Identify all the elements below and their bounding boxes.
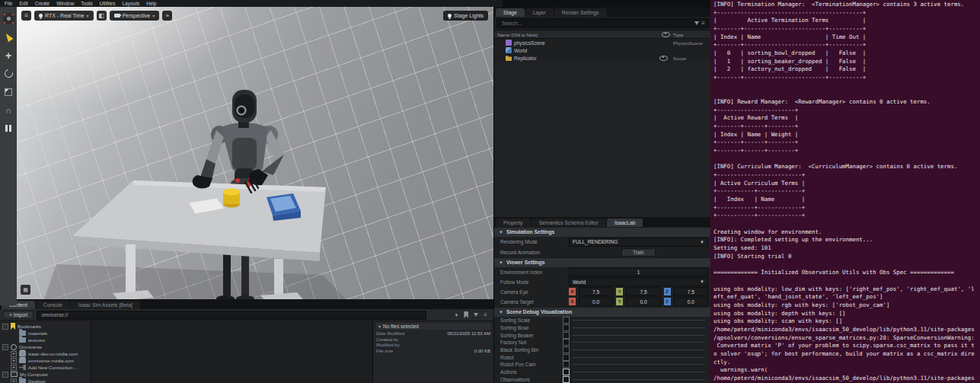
stage-tree-row[interactable]: physicsScene PhysicsScene xyxy=(494,39,711,46)
eye-icon[interactable] xyxy=(659,56,668,61)
menu-item[interactable]: File xyxy=(5,1,12,6)
content-tree-row[interactable]: materials xyxy=(0,330,91,337)
content-tree-row[interactable]: textures xyxy=(0,337,91,343)
stage-search-input[interactable] xyxy=(500,20,692,27)
yellow-bowl[interactable] xyxy=(223,189,240,208)
expand-toggle[interactable] xyxy=(11,358,17,364)
content-tab[interactable]: Isaac Sim Assets [Beta] xyxy=(71,301,140,309)
camera-target-y[interactable]: 0.0 xyxy=(626,297,660,306)
tool-icon[interactable]: ∩ xyxy=(3,104,14,116)
tool-icon[interactable] xyxy=(3,86,14,97)
property-tab[interactable]: Property xyxy=(496,219,531,227)
content-tree-row[interactable]: Add New Connection ... xyxy=(0,364,91,371)
property-tab[interactable]: IsaacLab xyxy=(607,219,643,227)
terminal-output[interactable]: [INFO] Termination Manager: <Termination… xyxy=(710,0,980,383)
menu-item[interactable]: Window xyxy=(56,1,74,6)
tool-icon[interactable] xyxy=(3,13,14,24)
expand-toggle[interactable] xyxy=(2,324,8,330)
debug-visualizer-checkbox[interactable] xyxy=(563,354,570,361)
content-tree-row[interactable]: Omniverse xyxy=(0,343,91,350)
scene-debug-visualization-header[interactable]: ▼ Scene Debug Visualization xyxy=(494,307,711,317)
expand-toggle[interactable] xyxy=(2,344,8,350)
debug-visualizer-checkbox[interactable] xyxy=(563,339,570,346)
debug-visualizer-checkbox[interactable] xyxy=(563,346,570,353)
filter-icon[interactable] xyxy=(474,313,478,317)
content-tree-row[interactable]: Bookmarks xyxy=(0,323,91,330)
scene-debug-rows: Sorting Scale Sorting Bowl Sorting Beake… xyxy=(494,317,711,383)
stage-tab[interactable]: Layer xyxy=(525,8,554,17)
terminal-line: +-------+------------------------+------… xyxy=(713,25,980,34)
camera-selector[interactable]: Perspective ▾ xyxy=(110,11,160,21)
renderer-selector[interactable]: RTX - Real Time ▾ xyxy=(34,11,94,21)
menu-item[interactable]: Edit xyxy=(19,1,27,6)
camera-eye-x[interactable]: 7.5 xyxy=(579,287,613,296)
stage-tab[interactable]: Stage xyxy=(496,8,525,17)
simulation-settings-header[interactable]: ▼ Simulation Settings xyxy=(494,227,711,237)
debug-visualizer-checkbox[interactable] xyxy=(563,361,570,368)
debug-visualizer-checkbox[interactable] xyxy=(563,369,570,375)
stage-tree-empty-area[interactable] xyxy=(495,62,710,217)
viewport-menu-icon[interactable]: ≡ xyxy=(21,11,31,21)
path-field[interactable] xyxy=(37,311,426,320)
camera-eye-y[interactable]: 7.5 xyxy=(626,287,660,296)
terminal-line: +-------------------------+ xyxy=(713,171,980,180)
import-button[interactable]: + Import xyxy=(3,311,34,319)
content-tree-row[interactable]: isaac-dev.ov.nvidia.com xyxy=(0,350,91,357)
content-tree-row[interactable]: My Computer xyxy=(0,371,91,378)
content-tree: Bookmarks materials textures xyxy=(0,321,91,383)
axis-gizmo-icon[interactable]: ▦ xyxy=(21,285,30,295)
property-tab[interactable]: Semantics Schema Editor xyxy=(531,219,606,227)
viewer-settings-header[interactable]: ▼ Viewer Settings xyxy=(494,257,711,267)
prim-type: PhysicsScene xyxy=(673,40,708,46)
content-file-grid[interactable] xyxy=(91,321,372,383)
tool-icon[interactable] xyxy=(3,31,14,43)
options-icon[interactable]: ≡ xyxy=(701,21,705,27)
content-tree-row[interactable]: Desktop xyxy=(0,378,91,383)
expand-toggle[interactable] xyxy=(11,378,17,383)
debug-visualizer-row: Factory Nut xyxy=(494,339,711,346)
environment-index-field[interactable]: 1 xyxy=(569,267,708,276)
follow-mode-dropdown[interactable]: World ▼ xyxy=(569,277,708,286)
menu-item[interactable]: Layouts xyxy=(122,1,139,6)
camera-target-x[interactable]: 0.0 xyxy=(579,297,613,306)
stage-tree-row[interactable]: World xyxy=(494,46,711,54)
stage-tree-row[interactable]: Replicator Scope xyxy=(494,54,711,62)
column-name[interactable]: Name (Old to New) xyxy=(497,32,662,37)
collapse-triangle-icon: ▼ xyxy=(499,230,503,235)
menu-item[interactable]: Create xyxy=(35,1,50,6)
menu-item[interactable]: Tools xyxy=(81,1,92,6)
content-tree-row[interactable]: omniverse.nvidia.com xyxy=(0,357,91,364)
expand-toggle[interactable] xyxy=(11,365,17,371)
terminal-line: Setting seed: 101 xyxy=(713,244,980,253)
3d-viewport[interactable]: ≡ RTX - Real Time ▾ ◧ Perspective ▾ » St… xyxy=(17,7,493,299)
list-view-icon[interactable]: ≡ xyxy=(484,312,487,318)
expand-chevron-icon[interactable]: » xyxy=(162,11,172,21)
stage-lights-button[interactable]: Stage Lights xyxy=(443,11,488,21)
details-header[interactable]: ▾ No files selected xyxy=(376,323,490,330)
tool-icon[interactable]: + xyxy=(3,49,14,61)
tool-icon[interactable] xyxy=(3,68,14,79)
column-type[interactable]: Type xyxy=(673,32,708,37)
chevron-down-icon[interactable]: ▼ xyxy=(454,313,458,318)
debug-visualizer-checkbox[interactable] xyxy=(563,332,570,339)
bookmark-icon[interactable] xyxy=(464,311,468,318)
debug-visualizer-checkbox[interactable] xyxy=(563,317,570,324)
tool-icon[interactable] xyxy=(3,123,14,134)
expand-toggle[interactable] xyxy=(2,372,8,378)
property-tab-bar: Property Semantics Schema Editor IsaacLa… xyxy=(494,217,711,227)
filter-icon[interactable] xyxy=(694,21,699,25)
debug-visualizer-checkbox[interactable] xyxy=(563,376,570,383)
menu-item[interactable]: Help xyxy=(146,1,156,6)
viewport-settings-icon[interactable]: ◧ xyxy=(97,11,107,21)
content-tab[interactable]: Console xyxy=(36,301,70,309)
camera-target-z[interactable]: 0.0 xyxy=(674,297,708,306)
expand-toggle[interactable] xyxy=(11,351,17,357)
stage-tab[interactable]: Render Settings xyxy=(554,8,607,17)
debug-visualizer-checkbox[interactable] xyxy=(563,324,570,331)
record-animation-button[interactable]: Train xyxy=(621,248,655,257)
rendering-mode-dropdown[interactable]: FULL_RENDERING ▼ xyxy=(569,238,708,247)
terminal-line xyxy=(713,155,980,164)
menu-item[interactable]: Utilities xyxy=(100,1,116,6)
terminal-line: +---------------------------------------… xyxy=(713,9,980,18)
camera-eye-z[interactable]: 7.5 xyxy=(674,287,708,296)
